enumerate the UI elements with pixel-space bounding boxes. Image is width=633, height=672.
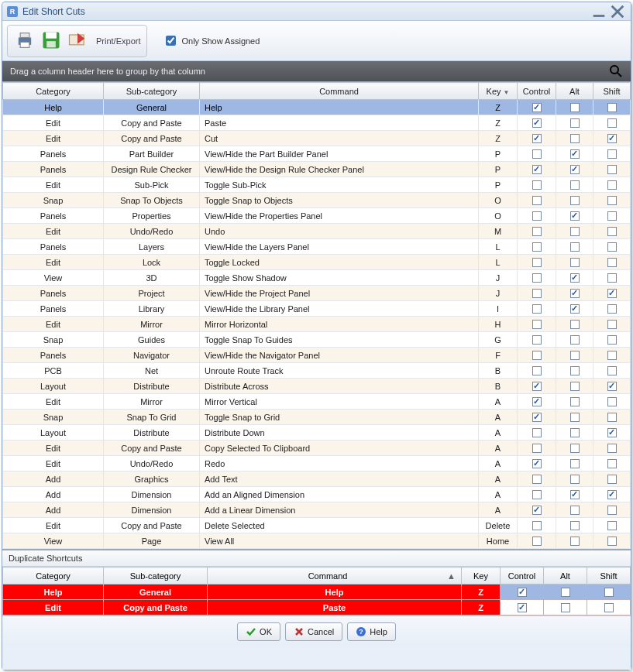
- table-row[interactable]: AddGraphicsAdd TextA: [3, 471, 631, 487]
- cell-key[interactable]: A: [479, 410, 518, 425]
- cell-category[interactable]: Snap: [3, 332, 104, 348]
- checkbox-icon[interactable]: [532, 103, 542, 112]
- checkbox-icon[interactable]: [607, 289, 617, 298]
- cell-shift[interactable]: [593, 348, 631, 363]
- cell-sub-category[interactable]: Mirror: [104, 394, 200, 410]
- cell-command[interactable]: Mirror Horizontal: [200, 317, 479, 332]
- cell-control[interactable]: [518, 487, 556, 502]
- cell-alt[interactable]: [556, 317, 593, 332]
- checkbox-icon[interactable]: [607, 227, 617, 236]
- cell-category[interactable]: Edit: [3, 177, 104, 193]
- checkbox-icon[interactable]: [570, 366, 580, 375]
- col-command[interactable]: Command: [200, 83, 479, 100]
- cell-key[interactable]: Z: [479, 131, 518, 146]
- cell-category[interactable]: Panels: [3, 301, 104, 317]
- checkbox-icon[interactable]: [570, 258, 580, 267]
- table-row[interactable]: PanelsLibraryView/Hide the Library Panel…: [3, 301, 631, 317]
- cell-key[interactable]: Z: [479, 100, 518, 115]
- cell-control[interactable]: [518, 502, 556, 518]
- checkbox-icon[interactable]: [570, 428, 580, 437]
- cell-key[interactable]: B: [479, 363, 518, 379]
- cell-control[interactable]: [518, 394, 556, 410]
- cell-alt[interactable]: [556, 332, 593, 348]
- cell-control[interactable]: [518, 177, 556, 193]
- cell-shift[interactable]: [593, 518, 631, 533]
- cell-control[interactable]: [518, 270, 556, 286]
- cell-command[interactable]: Add a Linear Dimension: [200, 502, 479, 518]
- cell-sub-category[interactable]: Net: [104, 363, 200, 379]
- checkbox-icon[interactable]: [570, 351, 580, 360]
- cell-control[interactable]: [518, 115, 556, 131]
- checkbox-icon[interactable]: [532, 165, 542, 174]
- cell-category[interactable]: Panels: [3, 239, 104, 255]
- only-show-assigned-input[interactable]: [166, 36, 176, 46]
- cell-shift[interactable]: [593, 270, 631, 286]
- cell-key[interactable]: F: [479, 348, 518, 363]
- dup-cell-key[interactable]: Z: [462, 585, 501, 600]
- checkbox-icon[interactable]: [570, 537, 580, 546]
- cell-sub-category[interactable]: Graphics: [104, 471, 200, 487]
- cell-sub-category[interactable]: Dimension: [104, 502, 200, 518]
- table-row[interactable]: EditLockToggle LockedL: [3, 255, 631, 270]
- table-row[interactable]: PCBNetUnroute Route TrackB: [3, 363, 631, 379]
- cell-alt[interactable]: [556, 363, 593, 379]
- checkbox-icon[interactable]: [607, 118, 617, 128]
- checkbox-icon[interactable]: [532, 428, 542, 437]
- close-button[interactable]: [609, 5, 626, 18]
- checkbox-icon[interactable]: [570, 335, 580, 345]
- cell-command[interactable]: Redo: [200, 456, 479, 471]
- col-category[interactable]: Category: [3, 83, 104, 100]
- cell-alt[interactable]: [556, 224, 593, 239]
- titlebar[interactable]: R Edit Short Cuts: [2, 2, 631, 21]
- cell-category[interactable]: Edit: [3, 441, 104, 456]
- cell-shift[interactable]: [593, 100, 631, 115]
- dup-col-command[interactable]: Command ▲: [208, 567, 462, 585]
- checkbox-icon[interactable]: [532, 258, 542, 267]
- checkbox-icon[interactable]: [532, 227, 542, 236]
- cell-shift[interactable]: [593, 363, 631, 379]
- cell-category[interactable]: Edit: [3, 224, 104, 239]
- table-row[interactable]: EditSub-PickToggle Sub-PickP: [3, 177, 631, 193]
- cell-shift[interactable]: [593, 533, 631, 549]
- checkbox-icon[interactable]: [570, 506, 580, 515]
- cell-sub-category[interactable]: Snap To Grid: [104, 410, 200, 425]
- cell-key[interactable]: J: [479, 286, 518, 301]
- cell-category[interactable]: Help: [3, 100, 104, 115]
- checkbox-icon[interactable]: [532, 413, 542, 422]
- cell-command[interactable]: Toggle Locked: [200, 255, 479, 270]
- cell-sub-category[interactable]: Library: [104, 301, 200, 317]
- cell-command[interactable]: Toggle Sub-Pick: [200, 177, 479, 193]
- cell-sub-category[interactable]: Guides: [104, 332, 200, 348]
- table-row[interactable]: SnapGuidesToggle Snap To GuidesG: [3, 332, 631, 348]
- cell-sub-category[interactable]: Undo/Redo: [104, 456, 200, 471]
- checkbox-icon[interactable]: [532, 242, 542, 252]
- checkbox-icon[interactable]: [607, 180, 617, 190]
- checkbox-icon[interactable]: [570, 149, 580, 159]
- checkbox-icon[interactable]: [532, 475, 542, 484]
- cell-command[interactable]: Cut: [200, 131, 479, 146]
- cell-category[interactable]: Edit: [3, 394, 104, 410]
- cell-command[interactable]: Undo: [200, 224, 479, 239]
- cell-shift[interactable]: [593, 115, 631, 131]
- table-row[interactable]: PanelsPart BuilderView/Hide the Part Bui…: [3, 146, 631, 162]
- table-row[interactable]: EditMirrorMirror VerticalA: [3, 394, 631, 410]
- checkbox-icon[interactable]: [532, 537, 542, 546]
- col-sub-category[interactable]: Sub-category: [104, 83, 200, 100]
- checkbox-icon[interactable]: [607, 258, 617, 267]
- cell-command[interactable]: Add an Aligned Dimension: [200, 487, 479, 502]
- cell-shift[interactable]: [593, 162, 631, 177]
- table-row[interactable]: EditUndo/RedoUndoM: [3, 224, 631, 239]
- checkbox-icon[interactable]: [607, 165, 617, 174]
- checkbox-icon[interactable]: [607, 490, 617, 499]
- col-control[interactable]: Control: [518, 83, 556, 100]
- checkbox-icon[interactable]: [607, 149, 617, 159]
- checkbox-icon[interactable]: [607, 459, 617, 468]
- checkbox-icon[interactable]: [561, 603, 570, 612]
- cell-key[interactable]: O: [479, 208, 518, 224]
- cell-control[interactable]: [518, 208, 556, 224]
- cell-key[interactable]: A: [479, 441, 518, 456]
- dup-table-row[interactable]: HelpGeneralHelpZ: [3, 585, 631, 600]
- cell-key[interactable]: G: [479, 332, 518, 348]
- dup-cell-key[interactable]: Z: [462, 600, 501, 615]
- dup-cell-alt[interactable]: [544, 585, 587, 600]
